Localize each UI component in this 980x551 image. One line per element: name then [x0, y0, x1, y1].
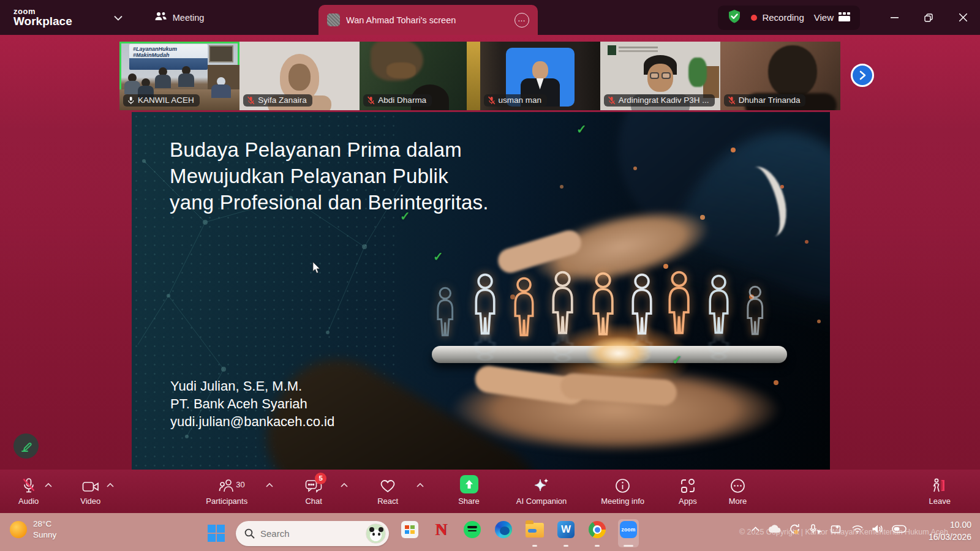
view-button[interactable]: View: [814, 12, 850, 23]
participant-tile-kanwil-aceh[interactable]: #LayananHukum #MakinMudah KANWIL ACEH: [119, 42, 239, 110]
taskbar-app-edge[interactable]: [493, 519, 514, 547]
tab-shared-screen[interactable]: Wan Ahmad Tohari's screen …: [318, 5, 538, 35]
annotation-check-icon: ✓: [576, 122, 587, 137]
meeting-info-label: Meeting info: [601, 497, 644, 506]
taskbar-search[interactable]: [236, 521, 389, 546]
battery-icon[interactable]: [892, 525, 908, 533]
annotation-check-icon: ✓: [433, 249, 443, 264]
annotate-button[interactable]: [13, 433, 39, 459]
restore-button[interactable]: [911, 0, 946, 35]
view-grid-icon: [839, 12, 850, 23]
mic-location-icon[interactable]: [809, 524, 823, 534]
taskbar-app-chrome[interactable]: [587, 519, 608, 547]
presenter-name: Yudi Julian, S.E, M.M.: [170, 377, 334, 395]
react-options-chevron-icon[interactable]: [417, 479, 424, 490]
participant-nameplate: usman man: [484, 94, 548, 107]
participant-tile-abdi[interactable]: Abdi Dharma: [360, 42, 480, 110]
participant-tile-usman[interactable]: usman man: [480, 42, 600, 110]
share-button[interactable]: Share: [458, 478, 480, 506]
tab-meeting[interactable]: Meeting: [154, 12, 205, 24]
video-button[interactable]: Video: [80, 478, 100, 506]
participants-count-badge: 30: [236, 480, 244, 489]
weather-temperature: 28°C: [33, 519, 56, 530]
chat-icon: 5: [305, 478, 322, 493]
taskbar-app-store[interactable]: [399, 519, 420, 547]
participant-name: usman man: [499, 96, 542, 105]
start-button[interactable]: [207, 524, 225, 542]
annotation-check-icon: ✓: [672, 353, 682, 367]
tab-shared-screen-label: Wan Ahmad Tohari's screen: [346, 15, 508, 25]
tab-meeting-label: Meeting: [173, 13, 205, 23]
leave-label: Leave: [929, 497, 951, 506]
mic-muted-icon: [728, 96, 736, 105]
ai-companion-label: AI Companion: [516, 497, 567, 506]
background-plant: [688, 58, 707, 87]
participant-tile-dhuhar[interactable]: Dhuhar Trinanda: [720, 42, 840, 110]
mic-muted-icon: [367, 96, 375, 105]
more-label: More: [729, 497, 747, 506]
meeting-people-icon: [154, 12, 167, 24]
cast-sparkle-icon[interactable]: [831, 524, 843, 534]
chevron-right-icon: [859, 70, 866, 80]
more-button[interactable]: More: [729, 478, 747, 506]
background-vehicle: [467, 42, 480, 110]
speaker-icon[interactable]: [872, 524, 884, 534]
participants-button[interactable]: 30 Participants: [206, 478, 247, 506]
workspace-chevron-down-icon[interactable]: [114, 12, 123, 23]
participant-face: [288, 64, 311, 91]
taskbar-app-word[interactable]: W: [556, 519, 576, 547]
next-participants-button[interactable]: [851, 64, 874, 87]
tab-more-options-icon[interactable]: …: [514, 13, 529, 28]
mouse-cursor-icon: [312, 262, 321, 277]
search-highlight-panda-icon: [366, 523, 386, 544]
camera-icon: [82, 478, 99, 493]
apps-button[interactable]: Apps: [679, 478, 697, 506]
recording-indicator[interactable]: Recording: [751, 12, 804, 23]
participant-tile-ardiningrat[interactable]: Ardiningrat Kadiv P3H ...: [600, 42, 720, 110]
mic-muted-icon: [608, 96, 616, 105]
zoom-workplace-logo: zoom Workplace: [13, 7, 72, 28]
ai-companion-button[interactable]: AI Companion: [516, 478, 567, 506]
wifi-icon[interactable]: [851, 525, 864, 534]
mic-muted-icon: [488, 96, 496, 105]
room-person: [211, 77, 231, 98]
close-button[interactable]: [946, 0, 980, 35]
audio-button[interactable]: Audio: [18, 478, 39, 506]
presenter-email: yudi.julian@bankaceh.co.id: [170, 413, 334, 430]
background-logo: [608, 45, 616, 55]
taskbar-app-spotify[interactable]: [462, 519, 483, 547]
search-input[interactable]: [260, 528, 346, 539]
audio-options-chevron-icon[interactable]: [45, 479, 52, 490]
participant-nameplate: Syifa Zanaira: [243, 94, 312, 107]
annotation-check-icon: ✓: [400, 209, 410, 223]
react-button[interactable]: React: [377, 478, 398, 506]
taskbar-app-zoom[interactable]: zoom: [618, 519, 639, 547]
taskbar-clock[interactable]: 10.00 16/03/2026: [929, 519, 971, 544]
leave-button[interactable]: Leave: [929, 478, 951, 506]
apps-icon: [680, 478, 696, 493]
participant-name: Syifa Zanaira: [258, 96, 307, 105]
zoom-meeting-window: zoom Workplace Meeting Wan Ahmad Tohari'…: [0, 0, 980, 551]
view-label: View: [814, 12, 834, 23]
chat-label: Chat: [305, 497, 322, 506]
security-shield-icon[interactable]: [728, 9, 741, 26]
participant-name: KANWIL ACEH: [138, 96, 194, 105]
mic-muted-icon: [21, 478, 36, 493]
recording-label: Recording: [762, 12, 804, 23]
banner-line2: #MakinMudah: [133, 52, 204, 58]
recording-dot-icon: [751, 15, 757, 21]
weather-widget[interactable]: 28°C Sunny: [10, 519, 56, 541]
participants-options-chevron-icon[interactable]: [266, 479, 273, 490]
participant-face: [532, 61, 548, 80]
onedrive-cloud-icon[interactable]: [767, 525, 781, 533]
participant-tile-syifa[interactable]: Syifa Zanaira: [239, 42, 360, 110]
sync-update-icon[interactable]: [789, 523, 801, 534]
taskbar-app-netflix[interactable]: N: [431, 519, 451, 547]
meeting-info-button[interactable]: Meeting info: [601, 478, 644, 506]
taskbar-app-file-explorer[interactable]: [524, 519, 545, 547]
chat-button[interactable]: 5 Chat: [305, 478, 322, 506]
chat-options-chevron-icon[interactable]: [341, 479, 348, 490]
tray-hidden-icons-chevron[interactable]: [752, 527, 760, 531]
video-options-chevron-icon[interactable]: [107, 479, 114, 490]
minimize-button[interactable]: [877, 0, 911, 35]
